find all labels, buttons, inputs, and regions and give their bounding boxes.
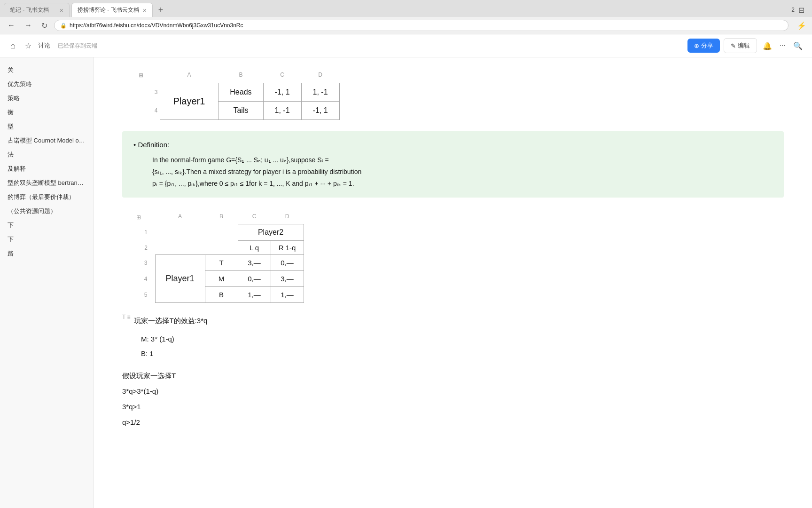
col-r1q-header: R 1-q <box>271 241 304 255</box>
col-a2: A <box>155 209 205 224</box>
new-tab-button[interactable]: + <box>155 3 167 17</box>
sidebar-item-2[interactable]: 策略 <box>0 91 94 105</box>
sidebar: 关 优先策略 策略 衡 型 古诺模型 Cournot Model of Duop… <box>0 57 94 508</box>
edit-button[interactable]: ✎ 编辑 <box>724 38 757 53</box>
tab-active[interactable]: 捞捞博弈论 - 飞书云文档 × <box>71 3 153 17</box>
empty-a1 <box>155 224 205 241</box>
cell-t-r: 0,— <box>271 255 304 271</box>
notification-button[interactable]: 🔔 <box>761 40 774 52</box>
assume-section: 假设玩家一选择T 3*q>3*(1-q) 3*q>1 q>1/2 <box>122 369 784 429</box>
col-lq-header: L q <box>238 241 271 255</box>
star-button[interactable]: ☆ <box>22 40 34 51</box>
grid-icon2: ⊞ <box>136 214 141 221</box>
bookmark-icon: ⊟ <box>798 6 804 15</box>
empty-b2 <box>205 241 238 255</box>
table-row: ⊞ A B C D <box>122 209 304 224</box>
ineq3-line: q>1/2 <box>122 416 784 429</box>
ineq2-line: 3*q>1 <box>122 400 784 413</box>
share-label: 分享 <box>701 41 713 50</box>
sidebar-item-7[interactable]: 及解释 <box>0 162 94 176</box>
empty-b1 <box>205 224 238 241</box>
def-line2: {sᵢ₁, ..., sᵢₖ}.Then a mixed strategy fo… <box>152 166 773 178</box>
col-b2: B <box>205 209 238 224</box>
grid-icon-cell2: ⊞ <box>122 209 155 224</box>
row3-num: 3 <box>122 255 155 271</box>
refresh-button[interactable]: ↻ <box>39 20 50 31</box>
breadcrumb-text: 讨论 <box>38 41 50 50</box>
search-button[interactable]: 🔍 <box>791 40 804 52</box>
sidebar-item-12[interactable]: 下 <box>0 232 94 246</box>
grid-icon: ⊞ <box>139 72 143 79</box>
breadcrumb: 讨论 <box>38 41 50 50</box>
row5-num: 5 <box>122 287 155 303</box>
tab-label: 笔记 - 飞书文档 <box>10 6 49 14</box>
grid-icon-cell: ⊞ <box>122 67 160 83</box>
tab-bar: 笔记 - 飞书文档 × 捞捞博弈论 - 飞书云文档 × + 2 ⊟ <box>0 0 812 17</box>
cell-m-r: 3,— <box>271 271 304 287</box>
assume-line: 假设玩家一选择T <box>122 369 784 382</box>
table-row: 4 Tails 1, -1 -1, 1 <box>122 101 339 119</box>
text-line-t: T ≡ 玩家一选择T的效益:3*q <box>122 312 784 329</box>
cell-b-r: 1,— <box>271 287 304 303</box>
player1-cell2: Player1 <box>155 255 205 303</box>
table-row: 2 L q R 1-q <box>122 241 304 255</box>
home-button[interactable]: ⌂ <box>8 40 18 52</box>
tab-close-icon[interactable]: × <box>143 7 147 14</box>
row-b-label: B <box>205 287 238 303</box>
back-button[interactable]: ← <box>5 20 18 31</box>
browser-chrome: 笔记 - 飞书文档 × 捞捞博弈论 - 飞书云文档 × + 2 ⊟ ← → ↻ … <box>0 0 812 34</box>
share-button[interactable]: ⊕ 分享 <box>687 39 720 53</box>
tails-cell: Tails <box>219 101 263 119</box>
col-d-header: D <box>301 67 339 83</box>
text-type-icon: T ≡ <box>122 314 130 320</box>
text-t-content: 玩家一选择T的效益:3*q <box>134 314 207 327</box>
row4-num: 4 <box>122 271 155 287</box>
forward-button[interactable]: → <box>22 20 35 31</box>
sidebar-item-11[interactable]: 下 <box>0 218 94 232</box>
table-row: ⊞ A B C D <box>122 67 339 83</box>
share-icon: ⊕ <box>694 42 699 49</box>
cell-m-l: 0,— <box>238 271 271 287</box>
definition-title: • Definition: <box>133 139 773 151</box>
lock-icon: 🔒 <box>60 23 67 29</box>
sidebar-item-4[interactable]: 型 <box>0 119 94 134</box>
main-layout: 关 优先策略 策略 衡 型 古诺模型 Cournot Model of Duop… <box>0 57 812 508</box>
tab-label: 捞捞博弈论 - 飞书云文档 <box>78 6 139 14</box>
sidebar-item-8[interactable]: 型的双头垄断模型 bertrand model of Duopoly <box>0 176 94 190</box>
sidebar-item-10[interactable]: （公共资源问题） <box>0 204 94 218</box>
sidebar-item-13[interactable]: 路 <box>0 246 94 261</box>
table-row: 4 M 0,— 3,— <box>122 271 304 287</box>
ineq1-line: 3*q>3*(1-q) <box>122 385 784 397</box>
cell-bd4: -1, 1 <box>301 101 339 119</box>
sidebar-item-9[interactable]: 的博弈（最后要价仲裁） <box>0 190 94 204</box>
content-area: ⊞ A B C D 3 Player1 Heads -1, 1 1, -1 4 … <box>94 57 812 508</box>
toolbar-right: ⚡ <box>796 20 807 31</box>
app-header-left: ⌂ ☆ 讨论 已经保存到云端 <box>8 40 97 52</box>
row-t-label: T <box>205 255 238 271</box>
col-c2: C <box>238 209 271 224</box>
sidebar-item-3[interactable]: 衡 <box>0 105 94 119</box>
col-c-header: C <box>263 67 301 83</box>
row2-num: 2 <box>122 241 155 255</box>
definition-box: • Definition: In the normal-form game G=… <box>122 131 784 198</box>
sidebar-item-1[interactable]: 优先策略 <box>0 77 94 91</box>
col-a-header: A <box>160 67 219 83</box>
cell-bc4: 1, -1 <box>263 101 301 119</box>
text-section: T ≡ 玩家一选择T的效益:3*q M: 3* (1-q) B: 1 <box>122 312 784 360</box>
tab-inactive[interactable]: 笔记 - 飞书文档 × <box>4 3 70 17</box>
heads-tails-table: ⊞ A B C D 3 Player1 Heads -1, 1 1, -1 4 … <box>122 67 340 120</box>
app-header: ⌂ ☆ 讨论 已经保存到云端 ⊕ 分享 ✎ 编辑 🔔 ··· 🔍 <box>0 34 812 57</box>
sidebar-item-6[interactable]: 法 <box>0 148 94 162</box>
address-bar[interactable]: 🔒 https://atbt76wird.feishu.cn/docx/VDVn… <box>54 20 789 31</box>
more-button[interactable]: ··· <box>778 40 788 52</box>
table-row: 1 Player2 <box>122 224 304 241</box>
app-header-right: ⊕ 分享 ✎ 编辑 🔔 ··· 🔍 <box>687 38 804 53</box>
col-b-header: B <box>219 67 263 83</box>
sidebar-item-5[interactable]: 古诺模型 Cournot Model of Duopoly <box>0 134 94 148</box>
table1-wrapper: ⊞ A B C D 3 Player1 Heads -1, 1 1, -1 4 … <box>122 67 784 120</box>
def-line1: In the normal-form game G={S₁ ... Sₙ; u₁… <box>152 154 773 166</box>
table-row: 3 Player1 T 3,— 0,— <box>122 255 304 271</box>
extension-button[interactable]: ⚡ <box>796 20 807 31</box>
tab-close-icon[interactable]: × <box>60 7 63 14</box>
sidebar-item-0[interactable]: 关 <box>0 63 94 77</box>
